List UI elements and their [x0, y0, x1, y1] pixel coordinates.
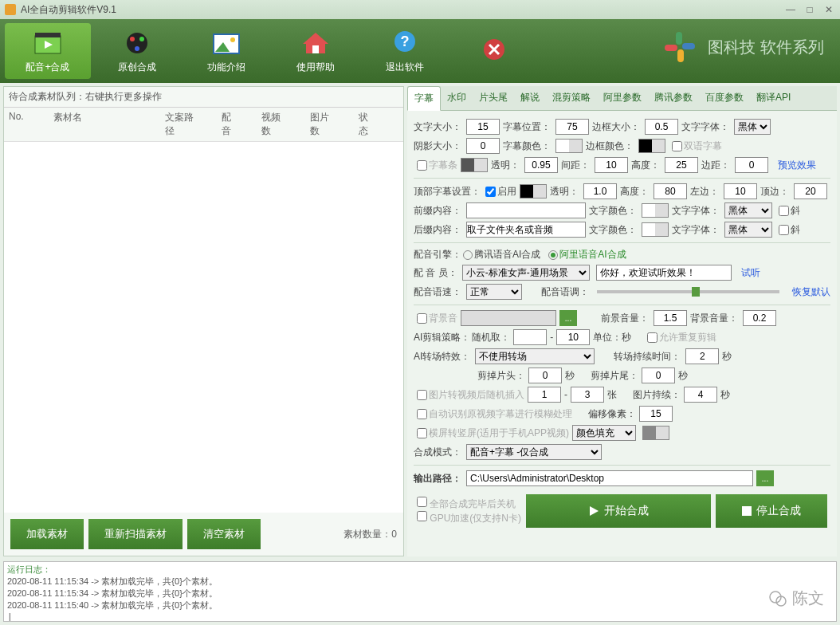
offset-input[interactable] — [639, 406, 673, 422]
tab-baiduparams[interactable]: 百度参数 — [699, 86, 750, 110]
portrait-checkbox[interactable] — [417, 428, 427, 438]
fill-color-picker[interactable] — [642, 426, 669, 440]
log-output[interactable]: 运行日志： 2020-08-11 11:15:34 -> 素材加载完毕，共{0}… — [3, 561, 837, 622]
fill-mode-select[interactable]: 颜色填充 — [572, 425, 636, 441]
suffix-color[interactable] — [642, 222, 669, 237]
bgm-checkbox[interactable] — [417, 313, 427, 324]
start-compose-button[interactable]: 开始合成 — [526, 494, 711, 528]
prefix-italic-checkbox[interactable] — [779, 206, 789, 216]
voice-speed-select[interactable]: 正常 — [466, 284, 522, 300]
top-enable-checkbox[interactable] — [485, 187, 496, 197]
font-size-input[interactable] — [466, 119, 500, 135]
shutdown-option[interactable]: 全部合成完毕后关机 — [417, 497, 521, 511]
engine-ali-radio[interactable]: 阿里语音AI合成 — [548, 248, 626, 261]
tool-original[interactable]: 原创合成 — [94, 23, 180, 79]
bilingual-checkbox[interactable] — [672, 141, 682, 151]
wechat-icon — [768, 589, 787, 608]
rand-max-input[interactable] — [556, 329, 590, 345]
shutdown-checkbox[interactable] — [417, 497, 427, 507]
bg-volume-input[interactable] — [743, 310, 776, 326]
engine-tencent-radio[interactable]: 腾讯语音AI合成 — [463, 248, 540, 261]
subtitle-color-picker[interactable] — [555, 139, 583, 153]
prefix-font-select[interactable]: 黑体 — [724, 202, 772, 218]
svg-rect-20 — [742, 506, 752, 516]
fg-volume-input[interactable] — [654, 310, 687, 326]
subtitle-pos-input[interactable] — [555, 119, 589, 135]
img-dur-input[interactable] — [684, 387, 717, 403]
prefix-color[interactable] — [642, 203, 669, 218]
rescan-material-button[interactable]: 重新扫描素材 — [88, 519, 183, 549]
prefix-input[interactable] — [466, 202, 586, 218]
shadow-input[interactable] — [466, 138, 500, 154]
minimize-button[interactable]: — — [784, 4, 797, 15]
output-browse-button[interactable]: ... — [756, 470, 774, 486]
top-height-input[interactable] — [654, 183, 687, 199]
bar-opacity-input[interactable] — [524, 157, 558, 173]
top-left-input[interactable] — [724, 183, 757, 199]
tab-translateapi[interactable]: 翻译API — [750, 86, 797, 110]
watermark: 陈文 — [768, 588, 824, 609]
tool-features[interactable]: 功能介绍 — [183, 23, 269, 79]
output-path-input[interactable] — [466, 470, 753, 486]
suffix-italic-checkbox[interactable] — [779, 225, 789, 235]
tab-headtail[interactable]: 片头尾 — [473, 86, 514, 110]
gpu-checkbox[interactable] — [417, 511, 427, 521]
sample-text-input[interactable] — [596, 265, 732, 281]
palette-icon — [121, 29, 153, 57]
tool-compose[interactable]: 配音+合成 — [5, 23, 91, 79]
suffix-input[interactable] — [466, 222, 586, 238]
maximize-button[interactable]: □ — [803, 4, 816, 15]
tab-subtitle[interactable]: 字幕 — [407, 86, 441, 111]
compose-mode-select[interactable]: 配音+字幕 -仅合成 — [466, 444, 602, 460]
allow-dup-checkbox[interactable] — [647, 332, 657, 343]
bar-gap-input[interactable] — [595, 157, 628, 173]
stop-compose-button[interactable]: 停止合成 — [716, 494, 827, 528]
queue-list[interactable] — [4, 142, 403, 513]
queue-header: 待合成素材队列：右键执行更多操作 — [4, 87, 403, 108]
material-count: 素材数量：0 — [343, 528, 397, 541]
window-title: AI全自动剪辑软件V9.1 — [21, 3, 116, 17]
trans-dur-input[interactable] — [685, 348, 719, 364]
trim-head-input[interactable] — [528, 368, 562, 383]
voice-tone-slider[interactable] — [597, 290, 779, 293]
svg-point-8 — [230, 37, 235, 42]
font-select[interactable]: 黑体 — [734, 119, 771, 135]
subtitle-bar-checkbox[interactable] — [417, 160, 427, 171]
top-bg-color[interactable] — [520, 184, 547, 199]
voice-actor-select[interactable]: 小云-标准女声-通用场景 — [462, 265, 590, 281]
border-size-input[interactable] — [645, 119, 678, 135]
close-button[interactable]: ✕ — [822, 4, 835, 15]
bar-margin-input[interactable] — [735, 157, 768, 173]
tool-help[interactable]: 使用帮助 — [273, 23, 359, 79]
load-material-button[interactable]: 加载素材 — [10, 519, 84, 549]
img-min-input[interactable] — [528, 387, 561, 403]
tab-narration[interactable]: 解说 — [514, 86, 546, 110]
main-toolbar: 配音+合成 原创合成 功能介绍 使用帮助 ? 退出软件 图科技 软件系列 — [0, 19, 840, 83]
suffix-font-select[interactable]: 黑体 — [724, 222, 772, 238]
reset-defaults-link[interactable]: 恢复默认 — [792, 285, 830, 299]
tab-watermark[interactable]: 水印 — [441, 86, 473, 110]
trim-tail-input[interactable] — [642, 368, 675, 383]
tab-aliparams[interactable]: 阿里参数 — [597, 86, 648, 110]
tab-tencentparams[interactable]: 腾讯参数 — [648, 86, 699, 110]
tool-exit[interactable] — [451, 23, 537, 79]
top-margin-input[interactable] — [794, 183, 827, 199]
img-max-input[interactable] — [571, 387, 604, 403]
bar-height-input[interactable] — [665, 157, 698, 173]
play-icon — [588, 505, 599, 517]
img2vid-checkbox[interactable] — [417, 390, 427, 400]
preview-link[interactable]: 预览效果 — [778, 159, 816, 172]
bgm-path-input[interactable] — [461, 310, 556, 326]
blur-subtitle-checkbox[interactable] — [417, 409, 427, 419]
top-opacity-input[interactable] — [583, 183, 617, 199]
tab-mixstrategy[interactable]: 混剪策略 — [546, 86, 597, 110]
tool-usage[interactable]: ? 退出软件 — [362, 23, 448, 79]
border-color-picker[interactable] — [638, 139, 665, 153]
bgm-browse-button[interactable]: ... — [559, 310, 577, 326]
transition-select[interactable]: 不使用转场 — [475, 348, 595, 364]
listen-link[interactable]: 试听 — [741, 266, 760, 280]
bar-color-picker[interactable] — [461, 158, 488, 172]
rand-min-input[interactable] — [513, 329, 547, 345]
clear-material-button[interactable]: 清空素材 — [187, 519, 261, 549]
gpu-option[interactable]: GPU加速(仅支持N卡) — [417, 511, 521, 525]
